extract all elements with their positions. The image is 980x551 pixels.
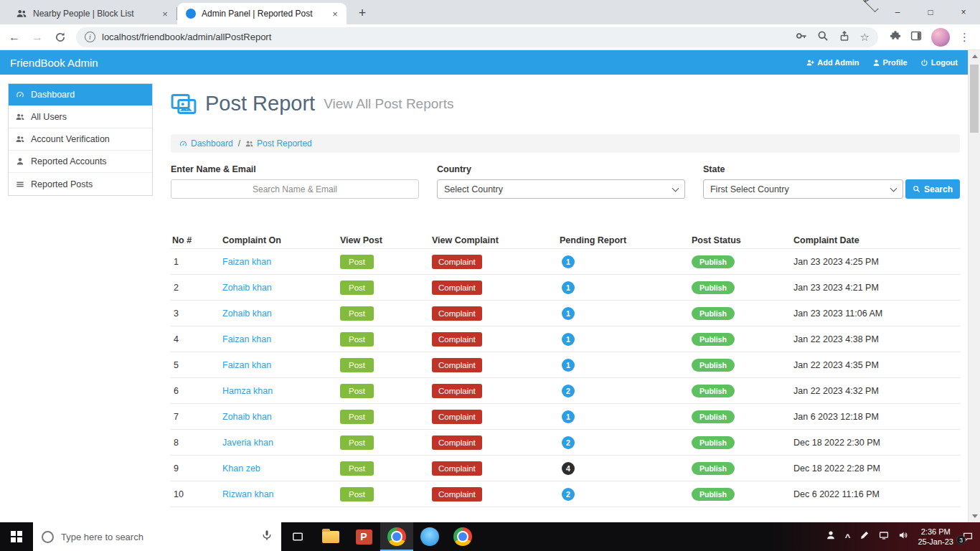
breadcrumb-dashboard-link[interactable]: Dashboard	[179, 138, 233, 149]
name-email-input[interactable]	[171, 179, 419, 199]
view-complaint-button[interactable]: Complaint	[432, 461, 482, 476]
view-post-button[interactable]: Post	[340, 461, 374, 476]
window-maximize-button[interactable]: □	[914, 0, 947, 24]
complaint-date: Dec 18 2022 2:28 PM	[792, 463, 960, 474]
back-button[interactable]: ←	[4, 27, 24, 47]
app-icon-blue[interactable]	[413, 522, 446, 551]
tab-close-icon[interactable]: ×	[329, 8, 341, 19]
taskbar-search[interactable]: Type here to search	[33, 522, 281, 551]
scrollbar-up-arrow[interactable]	[969, 50, 980, 62]
sidebar-item-all-users[interactable]: All Users	[9, 106, 152, 128]
start-button[interactable]	[0, 522, 33, 551]
sidebar-item-dashboard[interactable]: Dashboard	[9, 84, 152, 106]
view-complaint-button[interactable]: Complaint	[432, 435, 482, 450]
extensions-puzzle-icon[interactable]	[890, 30, 901, 44]
network-tray-icon[interactable]	[879, 530, 889, 543]
action-center-icon[interactable]: 3	[963, 532, 973, 542]
password-key-icon[interactable]	[796, 30, 807, 44]
new-tab-button[interactable]: +	[352, 3, 372, 23]
breadcrumb-current[interactable]: Post Reported	[245, 138, 312, 149]
page-viewport: FriendBook Admin Add Admin Profile Logou…	[0, 50, 980, 522]
profile-link[interactable]: Profile	[872, 58, 908, 67]
forward-button[interactable]: →	[27, 27, 47, 47]
tab-admin-panel[interactable]: Admin Panel | Reported Post ×	[177, 3, 347, 24]
bookmark-star-icon[interactable]: ☆	[860, 32, 870, 42]
table-row: 10 Rizwan khan Post Complaint 2 Publish …	[171, 481, 960, 507]
complaint-on-link[interactable]: Rizwan khan	[222, 489, 274, 499]
view-complaint-button[interactable]: Complaint	[432, 410, 482, 424]
view-post-button[interactable]: Post	[340, 332, 374, 347]
file-explorer-icon[interactable]	[314, 522, 347, 551]
scrollbar-down-arrow[interactable]	[969, 510, 980, 522]
view-post-button[interactable]: Post	[340, 435, 374, 450]
side-panel-icon[interactable]	[910, 30, 922, 44]
table-row: 1 Faizan khan Post Complaint 1 Publish J…	[171, 249, 960, 275]
window-close-button[interactable]: ×	[947, 0, 980, 24]
view-complaint-button[interactable]: Complaint	[432, 306, 482, 321]
microphone-icon[interactable]	[261, 529, 273, 544]
complaint-on-link[interactable]: Hamza khan	[222, 386, 273, 396]
users-icon	[245, 140, 253, 148]
chevron-down-icon	[672, 184, 679, 192]
browser-menu-icon[interactable]: ⋮	[959, 31, 970, 44]
view-post-button[interactable]: Post	[340, 384, 374, 398]
chrome-taskbar-icon-2[interactable]	[446, 522, 479, 551]
country-select[interactable]: Select Country	[437, 179, 685, 199]
tab-nearby-people[interactable]: Nearby People | Block List ×	[7, 3, 176, 24]
view-complaint-button[interactable]: Complaint	[432, 281, 482, 295]
view-post-button[interactable]: Post	[340, 306, 374, 321]
complaint-on-link[interactable]: Khan zeb	[222, 463, 260, 474]
add-admin-link[interactable]: Add Admin	[806, 58, 859, 67]
complaint-on-link[interactable]: Faizan khan	[222, 360, 271, 370]
profile-avatar[interactable]	[931, 28, 950, 47]
hidden-icons-caret[interactable]: ^	[845, 532, 851, 542]
view-complaint-button[interactable]: Complaint	[432, 332, 482, 347]
view-post-button[interactable]: Post	[340, 281, 374, 295]
complaint-on-link[interactable]: Zohaib khan	[222, 283, 272, 293]
post-status-badge: Publish	[692, 462, 735, 475]
complaint-on-link[interactable]: Zohaib khan	[222, 412, 272, 422]
search-button[interactable]: Search	[905, 179, 960, 199]
tab-strip: Nearby People | Block List × Admin Panel…	[0, 0, 980, 24]
sidebar-item-account-verification[interactable]: Account Verification	[9, 128, 152, 151]
volume-tray-icon[interactable]	[898, 530, 908, 543]
complaint-on-link[interactable]: Faizan khan	[222, 257, 271, 267]
refresh-button[interactable]	[50, 27, 70, 47]
tab-close-icon[interactable]: ×	[159, 8, 171, 19]
taskbar-clock[interactable]: 2:36 PM 25-Jan-23	[918, 527, 953, 547]
scrollbar-thumb[interactable]	[970, 65, 979, 133]
task-view-button[interactable]	[281, 522, 314, 551]
view-complaint-button[interactable]: Complaint	[432, 358, 482, 372]
zoom-icon[interactable]	[817, 30, 829, 44]
pen-tray-icon[interactable]	[859, 530, 870, 543]
complaint-on-link[interactable]: Faizan khan	[222, 334, 271, 344]
logout-link[interactable]: Logout	[920, 58, 958, 67]
share-icon[interactable]	[839, 30, 850, 44]
view-post-button[interactable]: Post	[340, 358, 374, 372]
page-scrollbar[interactable]	[968, 50, 980, 522]
address-bar[interactable]: i localhost/friendbook/admin/allPostRepo…	[76, 27, 878, 47]
complaint-date: Jan 22 2023 4:35 PM	[792, 360, 960, 370]
view-post-button[interactable]: Post	[340, 487, 374, 501]
row-number: 2	[171, 283, 221, 293]
people-tray-icon[interactable]	[826, 530, 836, 543]
sidebar-item-reported-accounts[interactable]: Reported Accounts	[9, 151, 152, 173]
tab-search-chevron-icon[interactable]: ∨	[854, 0, 878, 12]
view-post-button[interactable]: Post	[340, 410, 374, 424]
view-complaint-button[interactable]: Complaint	[432, 384, 482, 398]
site-info-icon[interactable]: i	[85, 32, 95, 42]
complaint-on-link[interactable]: Javeria khan	[222, 438, 273, 448]
view-post-button[interactable]: Post	[340, 255, 374, 269]
window-minimize-button[interactable]: –	[881, 0, 914, 24]
powerpoint-icon[interactable]: P	[347, 522, 380, 551]
chrome-taskbar-icon[interactable]	[380, 522, 413, 551]
state-select[interactable]: First Select Country	[703, 179, 903, 199]
complaint-date: Jan 23 2023 4:25 PM	[792, 257, 960, 267]
complaint-on-link[interactable]: Zohaib khan	[222, 309, 272, 319]
column-header: Post Status	[690, 235, 792, 245]
sidebar-item-reported-posts[interactable]: Reported Posts	[9, 173, 152, 195]
view-complaint-button[interactable]: Complaint	[432, 255, 482, 269]
view-complaint-button[interactable]: Complaint	[432, 487, 482, 501]
admin-header: FriendBook Admin Add Admin Profile Logou…	[0, 50, 968, 75]
table-row: 3 Zohaib khan Post Complaint 1 Publish J…	[171, 301, 960, 326]
